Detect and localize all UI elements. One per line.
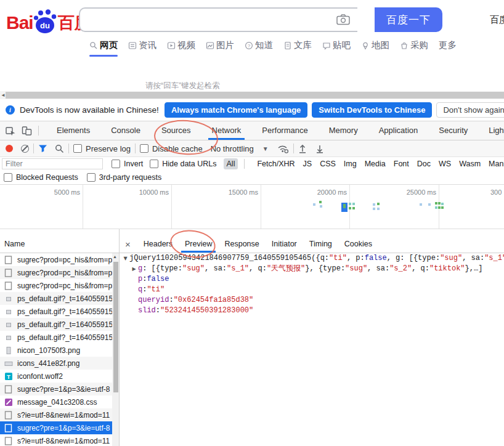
request-name: icons_441e82f.png (17, 359, 79, 368)
nav-item-web[interactable]: 网页 (89, 39, 118, 55)
record-icon[interactable] (6, 145, 13, 152)
clear-icon[interactable] (21, 145, 29, 153)
network-conditions-icon[interactable] (277, 144, 289, 153)
tab-performance[interactable]: Performance (254, 121, 315, 140)
scroll-up-icon[interactable]: ▲ (113, 254, 117, 259)
request-row[interactable]: sugrec?prod=pc_his&from=p (0, 266, 112, 279)
throttling-select[interactable]: No throttling (211, 144, 254, 153)
tab-security[interactable]: Security (431, 121, 475, 140)
token: },…] (465, 264, 483, 274)
request-row[interactable]: nicon_10750f3.png (0, 344, 112, 357)
tab-sources[interactable]: Sources (154, 121, 198, 140)
search-input[interactable] (86, 10, 336, 30)
filter-type-wasm[interactable]: Wasm (459, 160, 481, 168)
nav-item-wenku[interactable]: 文库 (283, 39, 312, 55)
camera-icon[interactable] (336, 14, 350, 25)
request-row[interactable]: sugrec?pre=1&p=3&ie=utf-8 (0, 383, 112, 395)
tab-application[interactable]: Application (372, 121, 426, 140)
vertical-scrollbar[interactable]: ▲ (112, 253, 119, 446)
nav-item-caigou[interactable]: 采购 (400, 39, 428, 55)
request-type-img-t-icon (4, 346, 13, 355)
detail-tab-preview[interactable]: Preview (179, 236, 217, 253)
hide-data-urls-checkbox[interactable] (150, 160, 158, 168)
horizontal-scrollbar[interactable]: ◄ (0, 91, 504, 99)
blocked-requests-checkbox[interactable] (4, 173, 12, 182)
request-row[interactable]: ps_default.gif?_t=1640559151 (0, 331, 112, 344)
inspect-element-icon[interactable] (6, 126, 16, 136)
request-row[interactable]: sugrec?prod=pc_his&from=p (0, 279, 112, 292)
request-row[interactable]: s?ie=utf-8&newi=1&mod=11 (0, 434, 112, 446)
detail-tab-cookies[interactable]: Cookies (339, 236, 378, 253)
filter-type-ws[interactable]: WS (439, 160, 451, 168)
disable-cache-checkbox[interactable] (140, 144, 148, 153)
scroll-left-icon[interactable]: ◄ (1, 92, 6, 99)
detail-tab-initiator[interactable]: Initiator (266, 236, 303, 253)
vertical-scrollbar-thumb[interactable] (113, 262, 118, 392)
invert-checkbox[interactable] (112, 160, 120, 168)
nav-item-zhidao[interactable]: 知道 (245, 39, 273, 55)
tab-elements[interactable]: Elements (49, 121, 97, 140)
nav-item-video[interactable]: 视频 (167, 39, 195, 55)
tab-console[interactable]: Console (104, 121, 148, 140)
request-row[interactable]: sugrec?pre=1&p=3&ie=utf-8 (0, 421, 112, 434)
tab-memory[interactable]: Memory (322, 121, 365, 140)
nav-item-image[interactable]: 图片 (206, 39, 234, 55)
import-har-icon[interactable] (298, 144, 307, 153)
request-type-img-s-icon (4, 333, 13, 342)
expand-right-icon[interactable]: ▶ (130, 264, 138, 274)
detail-tab-timing[interactable]: Timing (304, 236, 338, 253)
filter-type-img[interactable]: Img (344, 160, 357, 168)
filter-type-font[interactable]: Font (394, 160, 409, 168)
filter-icon[interactable] (38, 144, 47, 153)
filter-type-css[interactable]: CSS (320, 160, 336, 168)
preview-line[interactable]: ▶g: [{type: "sug", sa: "s_1", q: "天气预报"}… (120, 264, 504, 274)
request-row[interactable]: sugrec?prod=pc_his&from=p (0, 253, 112, 266)
chevron-down-icon[interactable]: ▼ (262, 145, 269, 152)
always-match-language-button[interactable]: Always match Chrome's language (165, 102, 307, 118)
detail-tab-response[interactable]: Response (219, 236, 264, 253)
request-row[interactable]: ps_default.gif?_t=1640559151 (0, 318, 112, 331)
request-row[interactable]: ps_default.gif?_t=1640559151 (0, 305, 112, 318)
filter-type-js[interactable]: JS (303, 160, 312, 168)
preview-line[interactable]: ▼jQuery110205943421846907759_16405591054… (120, 253, 504, 264)
close-icon[interactable]: × (125, 240, 131, 249)
request-row[interactable]: ps_default.gif?_t=1640559151 (0, 292, 112, 305)
request-row[interactable]: s?ie=utf-8&newi=1&mod=11 (0, 408, 112, 421)
timeline-mark (319, 201, 322, 203)
baidu-search-button[interactable]: 百度一下 (375, 7, 442, 32)
filter-type-manifest[interactable]: Manifest (489, 160, 504, 168)
nav-item-more[interactable]: 更多 (439, 39, 457, 55)
switch-to-chinese-button[interactable]: Switch DevTools to Chinese (312, 102, 432, 118)
search-icon[interactable] (55, 144, 64, 153)
filter-type-fetch-xhr[interactable]: Fetch/XHR (257, 160, 295, 168)
top-right-link[interactable]: 百度 (490, 14, 504, 26)
filter-type-doc[interactable]: Doc (417, 160, 431, 168)
nav-item-tieba[interactable]: 贴吧 (322, 39, 351, 55)
expand-down-icon[interactable]: ▼ (121, 253, 129, 264)
preserve-log-checkbox[interactable] (73, 144, 82, 153)
network-overview-timeline[interactable]: 5000 ms10000 ms15000 ms20000 ms25000 ms3… (0, 185, 504, 229)
timeline-tick-label: 300 (490, 189, 502, 196)
third-party-requests-checkbox[interactable] (87, 173, 96, 182)
request-row[interactable]: message_041c3208.css (0, 395, 112, 408)
tab-lighthouse[interactable]: Lighthouse (481, 121, 504, 140)
filter-input[interactable] (2, 158, 103, 169)
nav-item-news[interactable]: 资讯 (128, 39, 156, 55)
nav-item-map[interactable]: 地图 (361, 39, 389, 55)
timeline-mark (428, 203, 431, 206)
device-toolbar-icon[interactable] (22, 126, 32, 136)
request-row[interactable]: icons_441e82f.png (0, 357, 112, 370)
timeline-mark (377, 203, 380, 205)
name-column-header[interactable]: Name (4, 240, 25, 248)
filter-type-media[interactable]: Media (365, 160, 386, 168)
horizontal-scrollbar-thumb[interactable] (6, 92, 504, 99)
news-icon (128, 41, 137, 50)
filter-type-all[interactable]: All (224, 158, 238, 169)
request-name: sugrec?prod=pc_his&from=p (17, 256, 112, 264)
detail-tab-headers[interactable]: Headers (138, 236, 178, 253)
request-row[interactable]: iconfont.woff2 (0, 370, 112, 383)
dont-show-again-button[interactable]: Don't show again (436, 102, 504, 118)
tab-network[interactable]: Network (205, 121, 249, 140)
request-type-doc-icon (4, 411, 13, 420)
export-har-icon[interactable] (315, 144, 324, 153)
